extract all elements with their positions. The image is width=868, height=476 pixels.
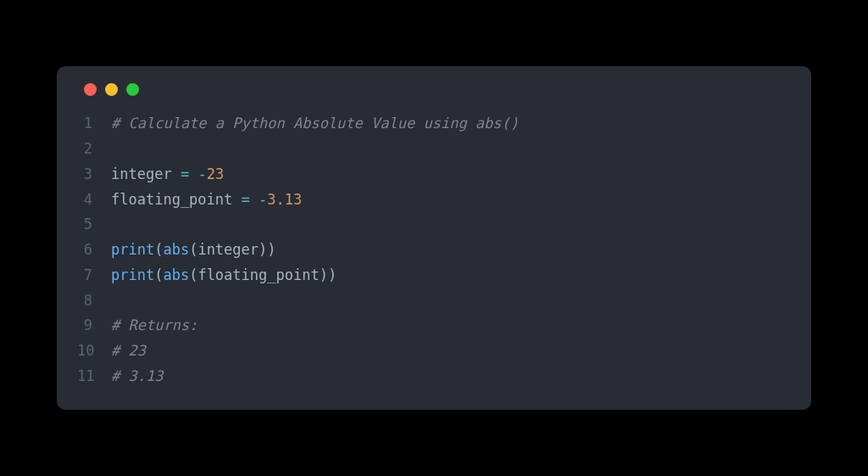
code-line: 2	[77, 137, 791, 162]
line-number: 10	[77, 339, 111, 364]
window-titlebar	[77, 83, 791, 111]
line-content: integer = -23	[111, 162, 224, 188]
line-content: # Calculate a Python Absolute Value usin…	[111, 111, 519, 137]
code-line: 8	[77, 288, 791, 314]
line-content: # 23	[111, 339, 146, 364]
code-line: 11# 3.13	[77, 364, 791, 389]
close-icon[interactable]	[84, 83, 97, 96]
code-token: abs	[163, 266, 189, 283]
code-token: # 3.13	[111, 367, 163, 384]
code-line: 4floating_point = -3.13	[77, 188, 791, 213]
code-token: print	[111, 266, 154, 283]
code-token: (	[154, 241, 163, 258]
code-token: 3.13	[267, 191, 302, 208]
code-line: 1# Calculate a Python Absolute Value usi…	[77, 111, 791, 137]
code-token: (integer))	[189, 241, 275, 258]
code-token: -	[198, 165, 206, 182]
code-token: =	[181, 165, 189, 182]
line-number: 4	[77, 188, 111, 213]
code-token: # Calculate a Python Absolute Value usin…	[111, 115, 519, 132]
line-number: 6	[77, 238, 111, 263]
code-token: -	[259, 191, 267, 208]
line-number: 1	[77, 111, 111, 137]
line-number: 2	[77, 137, 111, 162]
minimize-icon[interactable]	[105, 83, 118, 96]
code-token	[189, 165, 198, 182]
code-token: (floating_point))	[189, 266, 337, 283]
code-token	[250, 191, 259, 208]
line-number: 3	[77, 162, 111, 188]
code-line: 5	[77, 212, 791, 238]
code-token: # 23	[111, 342, 146, 359]
line-content: # 3.13	[111, 364, 163, 389]
code-token: print	[111, 241, 154, 258]
code-token: (	[154, 266, 163, 283]
code-line: 9# Returns:	[77, 313, 791, 339]
line-number: 7	[77, 263, 111, 288]
line-number: 5	[77, 212, 111, 238]
code-line: 10# 23	[77, 339, 791, 364]
code-token: integer	[111, 165, 181, 182]
line-number: 8	[77, 288, 111, 314]
code-line: 7print(abs(floating_point))	[77, 263, 791, 288]
code-editor: 1# Calculate a Python Absolute Value usi…	[77, 111, 791, 389]
maximize-icon[interactable]	[126, 83, 139, 96]
code-token: # Returns:	[111, 316, 198, 333]
line-content: # Returns:	[111, 313, 198, 339]
line-content: floating_point = -3.13	[111, 188, 302, 213]
line-number: 9	[77, 313, 111, 339]
line-content: print(abs(floating_point))	[111, 263, 337, 288]
code-token: =	[242, 191, 250, 208]
code-window: 1# Calculate a Python Absolute Value usi…	[57, 66, 811, 409]
code-token: floating_point	[111, 191, 242, 208]
code-line: 3integer = -23	[77, 162, 791, 188]
code-token: abs	[163, 241, 189, 258]
line-content: print(abs(integer))	[111, 238, 276, 263]
code-token: 23	[207, 165, 224, 182]
code-line: 6print(abs(integer))	[77, 238, 791, 263]
line-number: 11	[77, 364, 111, 389]
